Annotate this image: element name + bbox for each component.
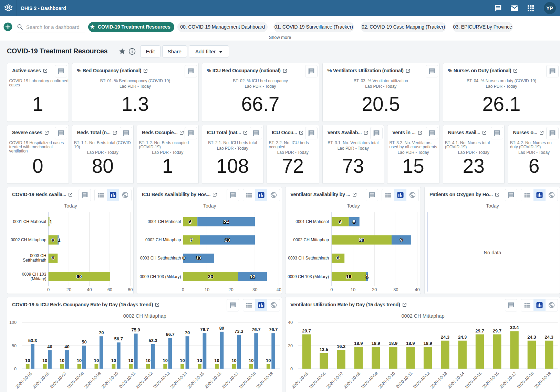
- svg-text:40: 40: [87, 287, 92, 292]
- svg-text:Today: Today: [347, 203, 360, 209]
- svg-text:10: 10: [197, 358, 202, 363]
- svg-text:10: 10: [60, 358, 64, 363]
- svg-text:2020-10-12: 2020-10-12: [135, 371, 154, 389]
- svg-text:2020-10-06: 2020-10-06: [308, 371, 327, 389]
- svg-text:2020-10-09: 2020-10-09: [360, 371, 379, 389]
- svg-text:Today: Today: [486, 203, 499, 209]
- svg-text:24.3: 24.3: [545, 335, 553, 340]
- svg-text:0009 CH 103 (Military): 0009 CH 103 (Military): [139, 274, 181, 279]
- svg-text:(Military): (Military): [30, 276, 46, 281]
- svg-text:No data: No data: [484, 250, 502, 255]
- svg-text:0: 0: [47, 287, 50, 292]
- svg-text:2020-10-14: 2020-10-14: [447, 371, 465, 389]
- svg-text:0001 CH Mahosot: 0001 CH Mahosot: [295, 219, 329, 224]
- svg-text:0: 0: [330, 287, 333, 292]
- svg-text:2020-10-05: 2020-10-05: [291, 371, 310, 389]
- svg-text:50: 50: [82, 339, 86, 345]
- svg-text:0009 CH 103 (Military): 0009 CH 103 (Military): [288, 274, 329, 279]
- svg-text:2020-10-13: 2020-10-13: [152, 371, 171, 389]
- svg-text:2020-10-15: 2020-10-15: [187, 371, 205, 389]
- svg-text:10: 10: [351, 287, 355, 292]
- svg-text:70: 70: [185, 330, 190, 335]
- svg-text:40: 40: [47, 344, 52, 349]
- svg-text:2020-10-10: 2020-10-10: [377, 371, 396, 389]
- svg-text:0002 CH Mittaphap: 0002 CH Mittaphap: [293, 237, 329, 242]
- svg-text:1: 1: [366, 274, 369, 279]
- svg-text:2020-10-18: 2020-10-18: [516, 371, 535, 389]
- svg-text:2020-10-08: 2020-10-08: [66, 371, 85, 389]
- svg-text:Today: Today: [64, 203, 77, 209]
- svg-text:0009 CH 103: 0009 CH 103: [22, 272, 46, 277]
- svg-text:24: 24: [224, 219, 229, 224]
- svg-text:28: 28: [359, 237, 364, 243]
- svg-text:2020-10-16: 2020-10-16: [481, 371, 500, 389]
- svg-text:10: 10: [128, 358, 133, 363]
- svg-text:2020-10-15: 2020-10-15: [464, 371, 483, 389]
- svg-text:5: 5: [353, 219, 355, 224]
- svg-text:6: 6: [337, 255, 340, 261]
- svg-text:10: 10: [42, 358, 47, 363]
- svg-text:0: 0: [183, 255, 185, 261]
- svg-text:70: 70: [99, 330, 104, 335]
- svg-text:0: 0: [182, 287, 184, 292]
- svg-text:66.7: 66.7: [166, 332, 174, 337]
- svg-text:10: 10: [94, 358, 99, 363]
- svg-text:10: 10: [77, 358, 82, 363]
- svg-text:32.4: 32.4: [510, 325, 519, 330]
- svg-text:0003 CH Setthathirath: 0003 CH Setthathirath: [288, 256, 329, 261]
- svg-text:24.3: 24.3: [458, 335, 467, 340]
- svg-text:0003 CH Setthathirath: 0003 CH Setthathirath: [140, 256, 181, 261]
- svg-text:10: 10: [25, 358, 30, 363]
- svg-text:2020-10-06: 2020-10-06: [32, 371, 50, 389]
- svg-text:30: 30: [393, 287, 398, 292]
- svg-text:8: 8: [339, 219, 342, 224]
- svg-text:40: 40: [277, 287, 281, 292]
- svg-text:2020-10-12: 2020-10-12: [412, 371, 431, 389]
- svg-text:2020-10-11: 2020-10-11: [395, 371, 413, 389]
- svg-text:2020-10-17: 2020-10-17: [221, 371, 240, 389]
- svg-text:2020-10-10: 2020-10-10: [101, 371, 119, 389]
- svg-text:73.3: 73.3: [235, 329, 243, 334]
- svg-text:6: 6: [189, 219, 192, 224]
- svg-text:20: 20: [66, 287, 71, 292]
- svg-text:13.5: 13.5: [320, 347, 328, 352]
- svg-text:0002 CH Mittaphap: 0002 CH Mittaphap: [402, 313, 445, 319]
- svg-text:18.9: 18.9: [389, 341, 397, 346]
- svg-text:40: 40: [415, 287, 419, 292]
- svg-text:7: 7: [190, 237, 193, 243]
- svg-text:80: 80: [128, 287, 133, 292]
- svg-text:29.7: 29.7: [493, 328, 501, 333]
- svg-text:2020-10-14: 2020-10-14: [169, 371, 188, 389]
- svg-text:76.7: 76.7: [252, 327, 260, 332]
- svg-text:56.7: 56.7: [114, 336, 123, 341]
- svg-text:20: 20: [228, 287, 233, 292]
- svg-text:100: 100: [9, 320, 17, 325]
- svg-text:10: 10: [205, 287, 209, 292]
- svg-text:2020-10-19: 2020-10-19: [255, 371, 274, 389]
- svg-text:1: 1: [58, 237, 61, 243]
- svg-text:0002 CH Mittaphap: 0002 CH Mittaphap: [145, 237, 181, 242]
- svg-text:20: 20: [288, 343, 293, 348]
- svg-text:9: 9: [52, 237, 54, 243]
- svg-text:0: 0: [290, 367, 293, 371]
- svg-text:16: 16: [346, 274, 352, 279]
- svg-text:0002 CH Mittaphap: 0002 CH Mittaphap: [123, 313, 166, 319]
- svg-text:10: 10: [111, 358, 116, 363]
- svg-text:20: 20: [372, 287, 377, 292]
- svg-text:0001 CH Mahosot: 0001 CH Mahosot: [148, 219, 181, 224]
- svg-text:2020-10-07: 2020-10-07: [49, 371, 68, 389]
- svg-text:10: 10: [180, 358, 185, 363]
- svg-text:2020-10-18: 2020-10-18: [238, 371, 257, 389]
- svg-text:23: 23: [225, 237, 230, 243]
- svg-text:18.9: 18.9: [406, 341, 415, 346]
- svg-text:0002 CH Mittaphap: 0002 CH Mittaphap: [11, 237, 46, 242]
- svg-text:9: 9: [52, 255, 54, 261]
- svg-text:16.2: 16.2: [337, 344, 345, 349]
- svg-text:10: 10: [163, 358, 167, 363]
- svg-text:2020-10-16: 2020-10-16: [204, 371, 222, 389]
- svg-text:2020-10-13: 2020-10-13: [429, 371, 448, 389]
- svg-text:10: 10: [231, 358, 236, 363]
- svg-text:23: 23: [208, 274, 214, 279]
- svg-text:2020-10-05: 2020-10-05: [14, 371, 33, 389]
- svg-text:2020-10-17: 2020-10-17: [499, 371, 517, 389]
